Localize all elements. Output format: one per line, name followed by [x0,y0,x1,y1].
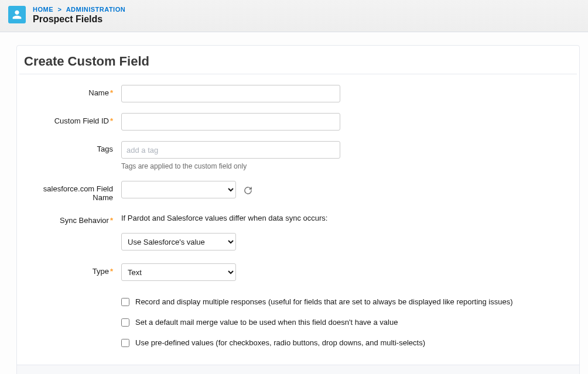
row-sf-field-name: salesforce.com Field Name [22,181,575,202]
row-type: Type* Text [22,263,575,281]
option-default-merge: Set a default mail merge value to be use… [121,318,575,327]
row-sync-behavior: Sync Behavior* If Pardot and Salesforce … [22,212,575,251]
form-footer: Create Custom Field Cancel [17,365,579,374]
option-record-multi: Record and display multiple responses (u… [121,297,575,306]
predefined-label: Use pre-defined values (for checkboxes, … [135,338,425,347]
header-text: HOME > ADMINISTRATION Prospect Fields [33,6,125,25]
row-tags: Tags Tags are applied to the custom fiel… [22,141,575,170]
tags-input[interactable] [121,141,340,159]
label-name: Name* [22,85,121,97]
default-merge-label: Set a default mail merge value to be use… [135,318,398,327]
tags-hint: Tags are applied to the custom field onl… [121,162,575,170]
required-star: * [110,88,113,97]
type-select[interactable]: Text [121,263,236,281]
person-icon [12,9,22,20]
predefined-checkbox[interactable] [121,339,129,347]
label-type: Type* [22,263,121,276]
custom-field-id-input[interactable] [121,113,340,131]
label-tags: Tags [22,141,121,153]
page-title: Prospect Fields [33,14,125,25]
required-star: * [110,216,113,225]
refresh-icon[interactable] [242,184,255,197]
record-multi-label: Record and display multiple responses (u… [135,297,513,306]
card-title: Create Custom Field [19,46,577,74]
record-multi-checkbox[interactable] [121,298,129,306]
name-input[interactable] [121,85,340,102]
create-field-card: Create Custom Field Name* Custom Field I… [16,45,580,374]
page-header: HOME > ADMINISTRATION Prospect Fields [0,0,588,32]
option-predefined: Use pre-defined values (for checkboxes, … [121,338,575,347]
sync-behavior-select[interactable]: Use Salesforce's value [121,233,236,251]
form-body: Name* Custom Field ID* Tags Tags are app… [17,74,579,365]
avatar [8,6,26,23]
label-custom-field-id: Custom Field ID* [22,113,121,125]
default-merge-checkbox[interactable] [121,318,129,327]
sf-field-name-select[interactable] [121,181,236,198]
sync-behavior-desc: If Pardot and Salesforce values differ w… [121,212,575,222]
required-star: * [110,116,113,125]
row-custom-field-id: Custom Field ID* [22,113,575,131]
breadcrumb: HOME > ADMINISTRATION [33,6,125,13]
breadcrumb-administration[interactable]: ADMINISTRATION [66,6,126,13]
required-star: * [110,267,113,276]
breadcrumb-home[interactable]: HOME [33,6,53,13]
breadcrumb-separator: > [58,6,62,13]
label-sf-field-name: salesforce.com Field Name [22,181,121,202]
label-sync-behavior: Sync Behavior* [22,212,121,225]
row-name: Name* [22,85,575,102]
row-options: Record and display multiple responses (u… [22,291,575,359]
